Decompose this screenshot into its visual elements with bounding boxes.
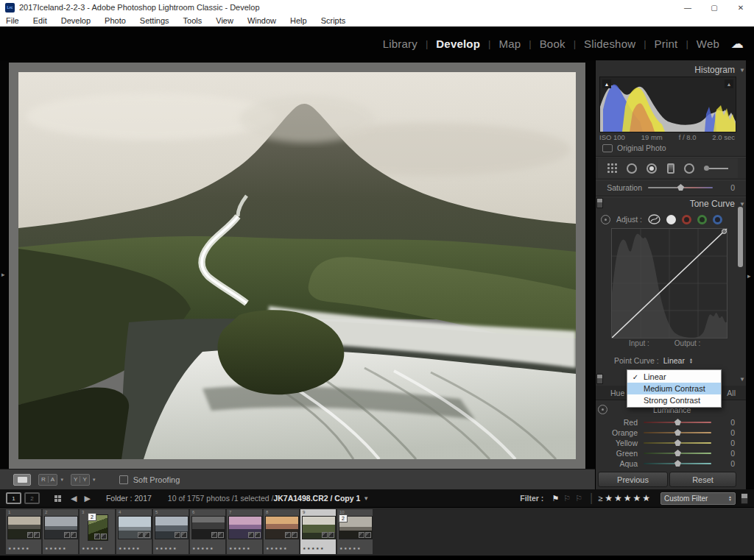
module-develop[interactable]: Develop	[436, 38, 480, 50]
grid-view-icon[interactable]	[54, 495, 61, 502]
source-folder-label[interactable]: Folder : 2017	[106, 494, 152, 503]
green-slider-knob[interactable]	[674, 450, 681, 456]
maximize-icon[interactable]: ▢	[701, 0, 727, 15]
adjustments-badge-icon[interactable]	[328, 532, 334, 538]
photo-thumbnail[interactable]	[118, 516, 152, 539]
tab-hue[interactable]: Hue	[610, 389, 624, 397]
cloud-sync-icon[interactable]: ☁	[731, 36, 744, 52]
photo-thumbnail[interactable]	[265, 516, 299, 539]
thumbnail-rating[interactable]: ★★★★★	[8, 546, 30, 550]
photo-canvas[interactable]	[9, 63, 585, 469]
spot-removal-icon[interactable]	[627, 163, 637, 174]
adjustments-badge-icon[interactable]	[71, 532, 77, 538]
module-book[interactable]: Book	[540, 38, 566, 50]
menu-item-strong-contrast[interactable]: Strong Contrast	[627, 394, 721, 406]
shadow-clipping-icon[interactable]: ▲	[602, 79, 611, 88]
module-print[interactable]: Print	[655, 38, 678, 50]
crop-badge-icon[interactable]	[322, 532, 328, 538]
crop-badge-icon[interactable]	[248, 532, 254, 538]
crop-badge-icon[interactable]	[27, 532, 33, 538]
right-panel-collapse-icon[interactable]: ▸	[747, 272, 751, 280]
menu-scripts[interactable]: Scripts	[321, 16, 346, 25]
tab-all[interactable]: All	[727, 389, 736, 397]
crop-badge-icon[interactable]	[175, 532, 180, 538]
thumbnail-rating[interactable]: ★★★★★	[45, 546, 67, 550]
menu-photo[interactable]: Photo	[105, 16, 126, 25]
adjustment-brush-icon[interactable]	[704, 166, 728, 171]
red-eye-icon[interactable]	[646, 163, 657, 174]
blue-channel-icon[interactable]	[713, 215, 722, 224]
soft-proofing-checkbox[interactable]	[119, 475, 128, 484]
previous-button[interactable]: Previous	[598, 472, 668, 487]
panel-switch-icon[interactable]	[601, 215, 610, 224]
point-curve-value[interactable]: Linear	[663, 356, 685, 365]
adjustments-badge-icon[interactable]	[218, 532, 224, 538]
filmstrip-cell[interactable]: 4 ★★★★★	[116, 509, 152, 554]
histogram-display[interactable]	[599, 77, 736, 132]
adjustments-badge-icon[interactable]	[292, 532, 297, 538]
red-slider-knob[interactable]	[674, 419, 681, 425]
crop-badge-icon[interactable]	[94, 534, 100, 539]
crop-badge-icon[interactable]	[211, 532, 217, 538]
crop-badge-icon[interactable]	[285, 532, 291, 538]
chevron-down-icon[interactable]: ▼	[60, 478, 64, 482]
menu-file[interactable]: File	[6, 16, 19, 25]
menu-view[interactable]: View	[216, 16, 233, 25]
reject-flag-icon[interactable]: ⚐	[575, 494, 582, 503]
next-photo-icon[interactable]: ▶	[84, 494, 90, 503]
unflagged-icon[interactable]: ⚐	[563, 494, 571, 503]
menu-settings[interactable]: Settings	[140, 16, 169, 25]
aqua-slider[interactable]	[644, 463, 711, 464]
photo-thumbnail[interactable]	[44, 516, 78, 539]
photo-thumbnail[interactable]: 2	[339, 516, 373, 539]
hsl-panel-switch[interactable]	[596, 374, 603, 384]
thumbnail-rating[interactable]: ★★★★★	[266, 546, 288, 550]
filmstrip-cell[interactable]: 1 ★★★★★	[6, 509, 41, 554]
menu-item-linear[interactable]: ✓ Linear	[627, 371, 721, 383]
chevron-down-icon[interactable]: ▼	[92, 478, 96, 482]
adjustments-badge-icon[interactable]	[34, 532, 40, 538]
adjustments-badge-icon[interactable]	[365, 532, 371, 538]
filmstrip-cell[interactable]: 8 ★★★★★	[264, 509, 299, 554]
current-filename[interactable]: JK7A1498.CR2 / Copy 1	[273, 494, 360, 503]
yellow-slider[interactable]	[644, 442, 711, 444]
targeted-adjustment-icon[interactable]	[648, 214, 660, 224]
green-channel-icon[interactable]	[697, 215, 707, 224]
previous-photo-icon[interactable]: ◀	[71, 494, 77, 503]
menu-window[interactable]: Window	[247, 16, 276, 25]
minimize-icon[interactable]: —	[674, 0, 701, 15]
close-icon[interactable]: ✕	[727, 0, 754, 15]
adjustments-badge-icon[interactable]	[101, 534, 107, 539]
split-view-button[interactable]: Y Y	[71, 474, 90, 486]
radial-filter-icon[interactable]	[684, 163, 694, 174]
graduated-filter-icon[interactable]	[667, 163, 674, 174]
module-slideshow[interactable]: Slideshow	[584, 38, 635, 50]
thumbnail-rating[interactable]: ★★★★★	[229, 546, 251, 550]
photo-thumbnail[interactable]: 2	[88, 514, 108, 541]
filter-preset-select[interactable]: Custom Filter ▲▼	[660, 492, 736, 505]
filmstrip-source-caret-icon[interactable]: ▼	[363, 495, 369, 502]
thumbnail-rating[interactable]: ★★★★★	[119, 546, 141, 550]
crop-overlay-icon[interactable]	[607, 163, 617, 173]
filmstrip-cell[interactable]: 2 ★★★★★	[43, 509, 78, 554]
tone-curve-editor[interactable]	[611, 228, 727, 339]
tone-curve-panel-switch[interactable]	[596, 198, 603, 208]
hsl-disclosure-icon[interactable]: ▼	[739, 376, 745, 383]
photo-thumbnail[interactable]	[228, 516, 262, 539]
menu-help[interactable]: Help	[290, 16, 307, 25]
red-slider[interactable]	[644, 422, 711, 423]
thumbnail-rating[interactable]: ★★★★★	[82, 546, 104, 550]
photo-thumbnail[interactable]	[7, 516, 41, 539]
filter-toggle-switch[interactable]	[741, 493, 748, 504]
photo-thumbnail[interactable]	[155, 516, 188, 539]
histogram-disclosure-icon[interactable]: ▼	[739, 67, 745, 74]
tone-curve-panel-title[interactable]: Tone Curve	[690, 199, 735, 209]
menu-item-medium-contrast[interactable]: Medium Contrast	[627, 383, 721, 394]
filmstrip-cell-selected[interactable]: 9 ★★★★★	[300, 509, 336, 554]
menu-develop[interactable]: Develop	[61, 16, 91, 25]
panel-scrollbar[interactable]	[738, 207, 743, 267]
rating-operator[interactable]: ≥	[598, 494, 602, 503]
module-map[interactable]: Map	[498, 38, 521, 50]
aqua-slider-knob[interactable]	[674, 460, 681, 467]
filmstrip-cell[interactable]: 5 ★★★★★	[153, 509, 188, 554]
